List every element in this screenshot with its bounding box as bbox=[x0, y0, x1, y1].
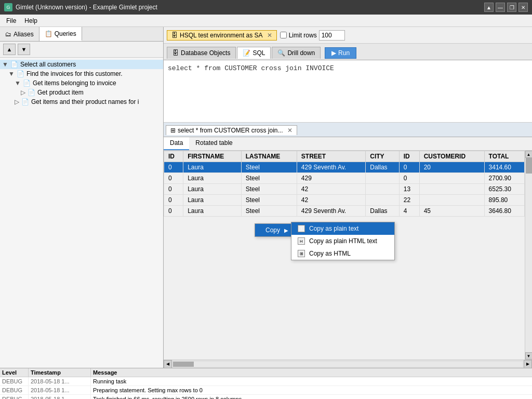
table-row[interactable]: 0LauraSteel42902700.90 bbox=[164, 173, 525, 184]
query-icon-2: 📄 bbox=[17, 70, 24, 77]
titlebar: G Gimlet (Unknown version) - Example Gim… bbox=[0, 0, 532, 15]
limit-rows-checkbox[interactable] bbox=[280, 32, 287, 38]
query-icon-5: 📄 bbox=[21, 98, 29, 105]
sub-menu: T Copy as plain text H Copy as plain HTM… bbox=[291, 222, 395, 260]
titlebar-close[interactable]: ✕ bbox=[518, 3, 528, 12]
tree-item-select-customers[interactable]: ▼ 📄 Select all customers bbox=[0, 60, 163, 69]
query-icon-4: 📄 bbox=[28, 89, 35, 96]
tab-drill-down[interactable]: 🔍 Drill down bbox=[272, 47, 321, 59]
sql-icon: 📝 bbox=[243, 49, 250, 57]
log-ts-cell: 2018-05-18 1... bbox=[29, 377, 91, 385]
sub-copy-plain-text[interactable]: T Copy as plain text bbox=[291, 222, 394, 235]
table-row[interactable]: 0LauraSteel4222895.80 bbox=[164, 195, 525, 206]
tree-item-get-items-names[interactable]: ▷ 📄 Get items and their product names fo… bbox=[0, 97, 163, 107]
tree-item-get-items[interactable]: ▼ 📄 Get items belonging to invoice bbox=[0, 78, 163, 88]
table-row[interactable]: 0LauraSteel42136525.30 bbox=[164, 184, 525, 195]
vertical-scrollbar[interactable]: ▲ ▼ bbox=[525, 151, 532, 360]
log-msg-cell: Running task bbox=[91, 377, 532, 385]
limit-row-area: Limit rows bbox=[280, 30, 345, 41]
top-toolbar: 🗄 HSQL test environment as SA ✕ Limit ro… bbox=[164, 27, 532, 44]
sub-copy-html[interactable]: ⊞ Copy as HTML bbox=[291, 247, 394, 260]
copy-html-icon: ⊞ bbox=[298, 250, 305, 257]
scroll-down-btn[interactable]: ▼ bbox=[525, 352, 533, 360]
scroll-thumb[interactable] bbox=[526, 158, 532, 174]
tree-item-find-invoices[interactable]: ▼ 📄 Find the invoices for this customer. bbox=[0, 69, 163, 78]
h-scroll-thumb[interactable] bbox=[173, 362, 194, 367]
titlebar-maximize[interactable]: — bbox=[496, 3, 505, 12]
log-row: DEBUG 2018-05-18 1... Running task bbox=[0, 377, 532, 386]
menu-help[interactable]: Help bbox=[20, 16, 42, 25]
tab-rotated-table[interactable]: Rotated table bbox=[189, 137, 238, 150]
run-button[interactable]: ▶ Run bbox=[325, 47, 356, 59]
col-header-total: TOTAL bbox=[484, 151, 524, 162]
copy-text-icon: T bbox=[298, 225, 305, 232]
log-ts-cell: 2018-05-18 1... bbox=[29, 395, 91, 399]
log-msg-cell: Task finished in 66 ms, resulting in 250… bbox=[91, 395, 532, 399]
main-container: 🗂 Aliases 📋 Queries ▲ ▼ ▼ 📄 Select all c… bbox=[0, 27, 532, 368]
window-title: Gimlet (Unknown version) - Example Gimle… bbox=[16, 4, 157, 11]
menubar: File Help bbox=[0, 15, 532, 27]
log-col-message: Message bbox=[91, 368, 532, 377]
col-header-firstname: FIRSTNAME bbox=[183, 151, 241, 162]
tab-queries[interactable]: 📋 Queries bbox=[39, 27, 82, 41]
log-rows: DEBUG 2018-05-18 1... Running task DEBUG… bbox=[0, 377, 532, 399]
scroll-right-btn[interactable]: ▶ bbox=[524, 360, 532, 368]
sql-editor[interactable]: select * from CUSTOMER cross join INVOIC… bbox=[164, 60, 532, 123]
connection-tab[interactable]: 🗄 HSQL test environment as SA ✕ bbox=[167, 30, 277, 41]
expand-icon-5: ▷ bbox=[15, 98, 19, 105]
query-icon-3: 📄 bbox=[23, 79, 31, 87]
scroll-left-btn[interactable]: ◀ bbox=[164, 360, 172, 368]
tree-controls: ▲ ▼ bbox=[0, 42, 163, 58]
col-header-street: STREET bbox=[297, 151, 365, 162]
expand-icon: ▼ bbox=[2, 61, 8, 68]
result-tab-main[interactable]: ⊞ select * from CUSTOMER cross join... ✕ bbox=[166, 125, 297, 135]
titlebar-minimize[interactable]: ▲ bbox=[484, 3, 494, 12]
tree-up-button[interactable]: ▲ bbox=[3, 44, 16, 55]
log-row: DEBUG 2018-05-18 1... Task finished in 6… bbox=[0, 395, 532, 399]
result-tabs-bar: ⊞ select * from CUSTOMER cross join... ✕ bbox=[164, 123, 532, 137]
log-level-cell: DEBUG bbox=[0, 386, 29, 394]
query-tree: ▼ 📄 Select all customers ▼ 📄 Find the in… bbox=[0, 58, 163, 368]
scroll-up-btn[interactable]: ▲ bbox=[525, 151, 533, 158]
expand-icon-4: ▷ bbox=[21, 89, 25, 96]
log-area: Level Timestamp Message DEBUG 2018-05-18… bbox=[0, 368, 532, 399]
copy-html-text-icon: H bbox=[298, 237, 305, 245]
tab-db-objects[interactable]: 🗄 Database Objects bbox=[167, 47, 236, 59]
limit-rows-input[interactable] bbox=[319, 30, 345, 41]
horizontal-scrollbar[interactable]: ◀ ▶ bbox=[164, 360, 532, 368]
col-header-city: CITY bbox=[366, 151, 400, 162]
table-icon: ⊞ bbox=[170, 127, 176, 134]
tree-down-button[interactable]: ▼ bbox=[18, 44, 30, 55]
sub-copy-plain-html-text[interactable]: H Copy as plain HTML text bbox=[291, 235, 394, 247]
data-table: ID FIRSTNAME LASTNAME STREET CITY ID CUS… bbox=[164, 151, 525, 217]
result-tab-close[interactable]: ✕ bbox=[287, 127, 292, 134]
log-header: Level Timestamp Message bbox=[0, 368, 532, 377]
log-level-cell: DEBUG bbox=[0, 395, 29, 399]
expand-icon-3: ▼ bbox=[15, 79, 21, 87]
connection-close-btn[interactable]: ✕ bbox=[267, 32, 272, 39]
table-row[interactable]: 0LauraSteel429 Seventh Av.Dallas4453646.… bbox=[164, 206, 525, 217]
menu-file[interactable]: File bbox=[2, 16, 20, 25]
titlebar-controls: ▲ — ❐ ✕ bbox=[484, 3, 528, 12]
log-col-level: Level bbox=[0, 368, 29, 377]
table-row[interactable]: 0LauraSteel429 Seventh Av.Dallas0203414.… bbox=[164, 162, 525, 173]
tab-aliases[interactable]: 🗂 Aliases bbox=[0, 27, 39, 41]
scroll-track[interactable] bbox=[525, 158, 532, 352]
log-col-timestamp: Timestamp bbox=[29, 368, 91, 377]
col-header-customerid: CUSTOMERID bbox=[419, 151, 484, 162]
tab-data[interactable]: Data bbox=[164, 137, 189, 150]
db-icon: 🗄 bbox=[171, 32, 178, 39]
tree-item-get-product[interactable]: ▷ 📄 Get product item bbox=[0, 88, 163, 97]
tab-sql[interactable]: 📝 SQL bbox=[237, 47, 271, 59]
queries-icon: 📋 bbox=[45, 30, 52, 37]
content-tabs: 🗄 Database Objects 📝 SQL 🔍 Drill down ▶ … bbox=[164, 44, 532, 60]
titlebar-restore[interactable]: ❐ bbox=[507, 3, 516, 12]
col-header-id2: ID bbox=[399, 151, 419, 162]
limit-rows-label: Limit rows bbox=[289, 32, 317, 39]
query-icon: 📄 bbox=[10, 61, 18, 68]
h-scroll-track[interactable] bbox=[173, 362, 523, 367]
app-icon: G bbox=[4, 3, 12, 11]
left-tabs: 🗂 Aliases 📋 Queries bbox=[0, 27, 163, 42]
submenu-arrow-icon: ▶ bbox=[284, 228, 288, 233]
run-icon: ▶ bbox=[331, 49, 336, 57]
